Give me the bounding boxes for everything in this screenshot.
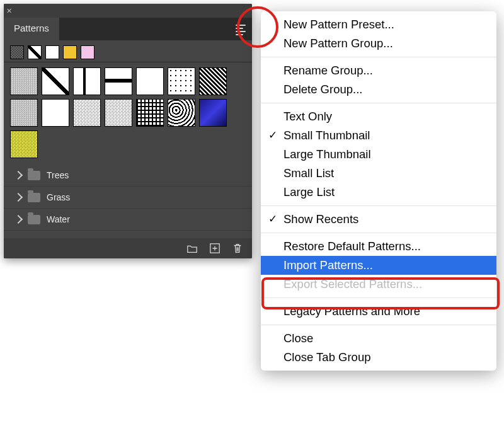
menu-item[interactable]: New Pattern Preset... — [261, 15, 496, 34]
panel-tab-row: Patterns — [4, 18, 252, 40]
menu-item[interactable]: Rename Group... — [261, 61, 496, 80]
pattern-thumb[interactable] — [73, 67, 101, 95]
pattern-thumb[interactable] — [73, 99, 101, 127]
menu-separator — [261, 325, 496, 325]
chevron-right-icon — [14, 215, 23, 224]
pattern-thumb[interactable] — [168, 99, 195, 127]
folder-row[interactable]: Trees — [4, 164, 252, 187]
tab-empty-area — [59, 18, 252, 40]
pattern-thumb[interactable] — [199, 99, 227, 127]
menu-item[interactable]: Close — [261, 329, 496, 348]
pattern-thumb[interactable] — [168, 67, 195, 95]
menu-item[interactable]: Show Recents — [261, 210, 496, 229]
chevron-right-icon — [14, 193, 23, 202]
menu-item[interactable]: Large List — [261, 183, 496, 202]
pattern-thumb[interactable] — [42, 67, 69, 95]
patterns-panel: ✕ Patterns — [4, 4, 252, 258]
menu-item[interactable]: Import Patterns... — [261, 256, 496, 275]
recent-swatch[interactable] — [45, 45, 59, 59]
panel-flyout-menu: New Pattern Preset...New Pattern Group..… — [261, 11, 496, 371]
pattern-thumb[interactable] — [10, 130, 38, 158]
folder-icon — [28, 215, 40, 224]
pattern-folders: Trees Grass Water — [4, 163, 252, 232]
panel-titlebar: ✕ — [4, 4, 252, 18]
menu-item[interactable]: Close Tab Group — [261, 348, 496, 367]
menu-separator — [261, 205, 496, 206]
pattern-grid — [4, 62, 252, 163]
folder-row[interactable]: Water — [4, 209, 252, 231]
menu-item: Export Selected Patterns... — [261, 275, 496, 294]
pattern-thumb[interactable] — [10, 67, 38, 95]
panel-close-icon[interactable]: ✕ — [6, 7, 12, 15]
recent-swatch[interactable] — [63, 45, 77, 59]
folder-label: Grass — [47, 192, 70, 202]
tab-patterns[interactable]: Patterns — [4, 18, 59, 40]
menu-item[interactable]: Small List — [261, 164, 496, 183]
recent-swatch[interactable] — [10, 45, 24, 59]
panel-footer — [4, 238, 252, 258]
annotation-circle — [237, 6, 278, 48]
pattern-thumb[interactable] — [199, 67, 227, 95]
menu-separator — [261, 57, 496, 57]
folder-label: Water — [47, 214, 70, 224]
menu-separator — [261, 103, 496, 103]
pattern-thumb[interactable] — [105, 67, 132, 95]
menu-item[interactable]: Text Only — [261, 107, 496, 126]
menu-item[interactable]: Restore Default Patterns... — [261, 237, 496, 256]
pattern-thumb[interactable] — [136, 67, 164, 95]
new-group-icon[interactable] — [186, 243, 198, 254]
menu-item[interactable]: Small Thumbnail — [261, 126, 496, 145]
pattern-thumb[interactable] — [105, 99, 132, 127]
menu-item[interactable]: Large Thumbnail — [261, 145, 496, 164]
menu-separator — [261, 297, 496, 298]
menu-item[interactable]: New Pattern Group... — [261, 34, 496, 53]
folder-icon — [28, 171, 40, 180]
menu-item[interactable]: Delete Group... — [261, 80, 496, 99]
recent-swatches — [4, 40, 252, 62]
menu-separator — [261, 233, 496, 233]
trash-icon[interactable] — [232, 243, 243, 254]
pattern-thumb[interactable] — [136, 99, 164, 127]
new-pattern-icon[interactable] — [209, 243, 220, 254]
recent-swatch[interactable] — [28, 45, 42, 59]
folder-row[interactable]: Grass — [4, 187, 252, 209]
folder-icon — [28, 193, 40, 202]
folder-label: Trees — [47, 170, 69, 180]
menu-item[interactable]: Legacy Patterns and More — [261, 302, 496, 321]
recent-swatch[interactable] — [81, 45, 94, 59]
pattern-thumb[interactable] — [42, 99, 69, 127]
chevron-right-icon — [14, 171, 23, 180]
pattern-thumb[interactable] — [10, 99, 38, 127]
